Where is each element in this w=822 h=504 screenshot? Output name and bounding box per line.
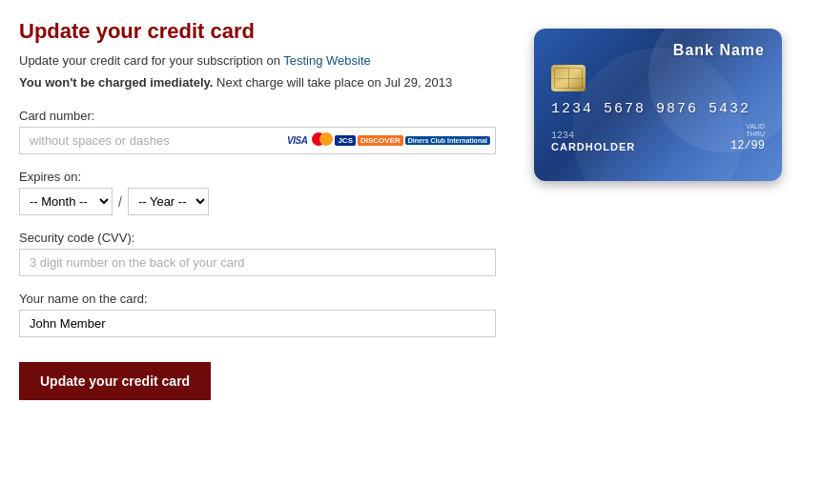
page-container: Update your credit card Update your cred… bbox=[19, 19, 803, 400]
name-label: Your name on the card: bbox=[19, 292, 496, 306]
month-select[interactable]: -- Month --JanuaryFebruaryMarchAprilMayJ… bbox=[19, 188, 113, 215]
form-section: Update your credit card Update your cred… bbox=[19, 19, 496, 400]
expires-label: Expires on: bbox=[19, 170, 496, 184]
jcb-icon: JCS bbox=[335, 135, 356, 146]
card-valid-thru-label: VALIDTHRU bbox=[730, 123, 765, 139]
card-number-display: 1234 5678 9876 5432 bbox=[551, 101, 765, 117]
card-bank-name: Bank Name bbox=[551, 42, 765, 59]
card-icons: VISA JCS DISCOVER Diners Club Internatio… bbox=[284, 132, 490, 149]
page-title: Update your credit card bbox=[19, 19, 496, 44]
charge-notice-bold: You won't be charged imediately. bbox=[19, 75, 213, 90]
charge-notice-rest: Next charge will take place on Jul 29, 2… bbox=[213, 75, 452, 90]
expires-separator: / bbox=[118, 194, 122, 210]
card-number-label: Card number: bbox=[19, 109, 496, 123]
card-number-input-wrapper: VISA JCS DISCOVER Diners Club Internatio… bbox=[19, 127, 496, 154]
visa-icon: VISA bbox=[284, 134, 310, 147]
year-select[interactable]: -- Year --201320142015201620172018201920… bbox=[128, 188, 209, 215]
submit-button[interactable]: Update your credit card bbox=[19, 362, 211, 400]
expires-group: Expires on: -- Month --JanuaryFebruaryMa… bbox=[19, 170, 496, 215]
expires-row: -- Month --JanuaryFebruaryMarchAprilMayJ… bbox=[19, 188, 496, 215]
credit-card-display: Bank Name 1234 5678 9876 5432 1234 CARDH… bbox=[534, 29, 782, 181]
card-expiry: 12/99 bbox=[730, 139, 765, 152]
mastercard-icon bbox=[312, 132, 333, 149]
card-section: Bank Name 1234 5678 9876 5432 1234 CARDH… bbox=[534, 19, 782, 400]
card-chip bbox=[551, 65, 586, 91]
card-bottom-row: 1234 CARDHOLDER VALIDTHRU 12/99 bbox=[551, 123, 765, 152]
diners-icon: Diners Club International bbox=[405, 136, 490, 145]
security-group: Security code (CVV): bbox=[19, 231, 496, 276]
card-cardholder: CARDHOLDER bbox=[551, 141, 635, 152]
site-name: Testing Website bbox=[283, 53, 371, 68]
chip-line-v bbox=[568, 69, 569, 88]
charge-notice: You won't be charged imediately. Next ch… bbox=[19, 75, 496, 90]
card-valid-info: VALIDTHRU 12/99 bbox=[730, 123, 765, 152]
name-input[interactable] bbox=[19, 310, 496, 337]
card-number-group: Card number: VISA JCS DISCOVER Diners Cl… bbox=[19, 109, 496, 154]
subtitle: Update your credit card for your subscri… bbox=[19, 53, 496, 68]
security-input[interactable] bbox=[19, 249, 496, 276]
card-cardholder-info: 1234 CARDHOLDER bbox=[551, 131, 635, 152]
card-number-small: 1234 bbox=[551, 131, 635, 141]
subtitle-prefix: Update your credit card for your subscri… bbox=[19, 53, 283, 68]
discover-icon: DISCOVER bbox=[358, 135, 403, 146]
security-label: Security code (CVV): bbox=[19, 231, 496, 245]
name-group: Your name on the card: bbox=[19, 292, 496, 337]
